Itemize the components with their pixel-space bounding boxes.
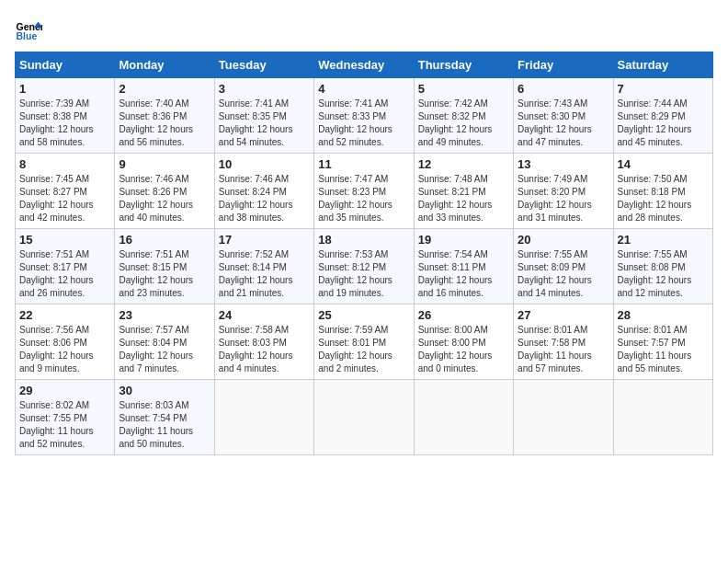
calendar-cell: 25Sunrise: 7:59 AM Sunset: 8:01 PM Dayli… [314,304,414,380]
calendar-cell [514,380,613,455]
calendar-cell [414,380,513,455]
day-number: 24 [219,308,310,322]
calendar-week-1: 1Sunrise: 7:39 AM Sunset: 8:38 PM Daylig… [16,78,713,154]
cell-content: Sunrise: 7:55 AM Sunset: 8:09 PM Dayligh… [518,248,609,300]
cell-content: Sunrise: 7:46 AM Sunset: 8:24 PM Dayligh… [219,173,310,224]
cell-content: Sunrise: 7:44 AM Sunset: 8:29 PM Dayligh… [618,98,709,149]
day-number: 30 [119,384,210,397]
day-number: 28 [618,308,709,322]
calendar-cell: 29Sunrise: 8:02 AM Sunset: 7:55 PM Dayli… [16,380,115,455]
logo-icon: General Blue [15,15,42,42]
calendar-cell: 2Sunrise: 7:40 AM Sunset: 8:36 PM Daylig… [115,78,214,154]
calendar-cell: 15Sunrise: 7:51 AM Sunset: 8:17 PM Dayli… [16,229,115,304]
cell-content: Sunrise: 7:39 AM Sunset: 8:38 PM Dayligh… [19,98,110,149]
cell-content: Sunrise: 7:55 AM Sunset: 8:08 PM Dayligh… [618,248,709,300]
day-number: 5 [418,82,509,96]
calendar-cell [214,380,313,455]
calendar-cell: 17Sunrise: 7:52 AM Sunset: 8:14 PM Dayli… [214,229,313,304]
calendar-cell: 5Sunrise: 7:42 AM Sunset: 8:32 PM Daylig… [414,78,513,154]
calendar-week-4: 22Sunrise: 7:56 AM Sunset: 8:06 PM Dayli… [16,304,713,380]
calendar-cell: 12Sunrise: 7:48 AM Sunset: 8:21 PM Dayli… [414,154,513,229]
cell-content: Sunrise: 7:48 AM Sunset: 8:21 PM Dayligh… [418,173,509,224]
cell-content: Sunrise: 8:02 AM Sunset: 7:55 PM Dayligh… [19,399,110,451]
calendar-cell: 16Sunrise: 7:51 AM Sunset: 8:15 PM Dayli… [115,229,214,304]
calendar-cell: 9Sunrise: 7:46 AM Sunset: 8:26 PM Daylig… [115,154,214,229]
calendar-week-2: 8Sunrise: 7:45 AM Sunset: 8:27 PM Daylig… [16,154,713,229]
cell-content: Sunrise: 8:00 AM Sunset: 8:00 PM Dayligh… [418,324,509,375]
calendar-week-3: 15Sunrise: 7:51 AM Sunset: 8:17 PM Dayli… [16,229,713,304]
day-number: 9 [119,157,210,171]
cell-content: Sunrise: 7:59 AM Sunset: 8:01 PM Dayligh… [318,324,409,375]
calendar-cell: 19Sunrise: 7:54 AM Sunset: 8:11 PM Dayli… [414,229,513,304]
header-monday: Monday [115,52,214,78]
cell-content: Sunrise: 7:47 AM Sunset: 8:23 PM Dayligh… [318,173,409,224]
calendar-cell: 21Sunrise: 7:55 AM Sunset: 8:08 PM Dayli… [613,229,712,304]
calendar-cell: 4Sunrise: 7:41 AM Sunset: 8:33 PM Daylig… [314,78,414,154]
calendar-week-5: 29Sunrise: 8:02 AM Sunset: 7:55 PM Dayli… [16,380,713,455]
header-friday: Friday [514,52,613,78]
page-header: General Blue [15,15,713,42]
calendar-cell: 14Sunrise: 7:50 AM Sunset: 8:18 PM Dayli… [613,154,712,229]
day-number: 6 [518,82,609,96]
header-saturday: Saturday [613,52,712,78]
header-thursday: Thursday [414,52,513,78]
day-number: 14 [618,157,709,171]
calendar-cell: 22Sunrise: 7:56 AM Sunset: 8:06 PM Dayli… [16,304,115,380]
day-number: 21 [618,233,709,247]
calendar-cell: 24Sunrise: 7:58 AM Sunset: 8:03 PM Dayli… [214,304,313,380]
cell-content: Sunrise: 8:03 AM Sunset: 7:54 PM Dayligh… [119,399,210,451]
day-number: 15 [19,233,110,247]
cell-content: Sunrise: 8:01 AM Sunset: 7:58 PM Dayligh… [518,324,609,375]
calendar-table: SundayMondayTuesdayWednesdayThursdayFrid… [15,52,713,455]
cell-content: Sunrise: 7:40 AM Sunset: 8:36 PM Dayligh… [119,98,210,149]
cell-content: Sunrise: 7:56 AM Sunset: 8:06 PM Dayligh… [19,324,110,375]
calendar-header-row: SundayMondayTuesdayWednesdayThursdayFrid… [16,52,713,78]
calendar-cell: 8Sunrise: 7:45 AM Sunset: 8:27 PM Daylig… [16,154,115,229]
day-number: 19 [418,233,509,247]
day-number: 13 [518,157,609,171]
header-sunday: Sunday [16,52,115,78]
header-tuesday: Tuesday [214,52,313,78]
day-number: 26 [418,308,509,322]
header-wednesday: Wednesday [314,52,414,78]
day-number: 27 [518,308,609,322]
calendar-cell [613,380,712,455]
day-number: 16 [119,233,210,247]
day-number: 4 [318,82,409,96]
cell-content: Sunrise: 7:50 AM Sunset: 8:18 PM Dayligh… [618,173,709,224]
cell-content: Sunrise: 7:45 AM Sunset: 8:27 PM Dayligh… [19,173,110,224]
calendar-cell: 13Sunrise: 7:49 AM Sunset: 8:20 PM Dayli… [514,154,613,229]
calendar-cell: 26Sunrise: 8:00 AM Sunset: 8:00 PM Dayli… [414,304,513,380]
day-number: 17 [219,233,310,247]
cell-content: Sunrise: 7:41 AM Sunset: 8:35 PM Dayligh… [219,98,310,149]
day-number: 23 [119,308,210,322]
cell-content: Sunrise: 7:41 AM Sunset: 8:33 PM Dayligh… [318,98,409,149]
day-number: 8 [19,157,110,171]
cell-content: Sunrise: 7:46 AM Sunset: 8:26 PM Dayligh… [119,173,210,224]
day-number: 2 [119,82,210,96]
day-number: 12 [418,157,509,171]
logo: General Blue [15,15,46,42]
day-number: 1 [19,82,110,96]
day-number: 22 [19,308,110,322]
calendar-cell [314,380,414,455]
calendar-cell: 28Sunrise: 8:01 AM Sunset: 7:57 PM Dayli… [613,304,712,380]
calendar-cell: 6Sunrise: 7:43 AM Sunset: 8:30 PM Daylig… [514,78,613,154]
day-number: 3 [219,82,310,96]
day-number: 20 [518,233,609,247]
calendar-cell: 18Sunrise: 7:53 AM Sunset: 8:12 PM Dayli… [314,229,414,304]
cell-content: Sunrise: 7:51 AM Sunset: 8:17 PM Dayligh… [19,248,110,300]
calendar-cell: 11Sunrise: 7:47 AM Sunset: 8:23 PM Dayli… [314,154,414,229]
calendar-cell: 3Sunrise: 7:41 AM Sunset: 8:35 PM Daylig… [214,78,313,154]
cell-content: Sunrise: 7:53 AM Sunset: 8:12 PM Dayligh… [318,248,409,300]
calendar-cell: 1Sunrise: 7:39 AM Sunset: 8:38 PM Daylig… [16,78,115,154]
cell-content: Sunrise: 7:42 AM Sunset: 8:32 PM Dayligh… [418,98,509,149]
calendar-cell: 23Sunrise: 7:57 AM Sunset: 8:04 PM Dayli… [115,304,214,380]
cell-content: Sunrise: 7:54 AM Sunset: 8:11 PM Dayligh… [418,248,509,300]
day-number: 25 [318,308,409,322]
svg-text:Blue: Blue [17,30,38,41]
cell-content: Sunrise: 7:52 AM Sunset: 8:14 PM Dayligh… [219,248,310,300]
day-number: 18 [318,233,409,247]
day-number: 10 [219,157,310,171]
calendar-cell: 20Sunrise: 7:55 AM Sunset: 8:09 PM Dayli… [514,229,613,304]
